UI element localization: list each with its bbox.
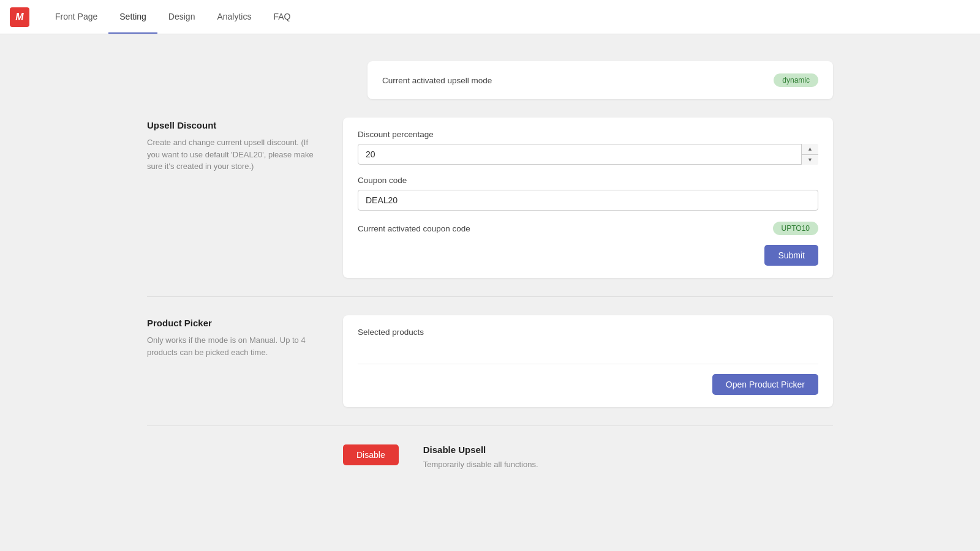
open-product-picker-button[interactable]: Open Product Picker [712, 374, 818, 395]
upsell-mode-section: Current activated upsell mode dynamic [147, 47, 833, 99]
tab-front-page[interactable]: Front Page [44, 0, 108, 34]
upsell-mode-badge: dynamic [774, 73, 818, 87]
disable-upsell-description: Temporarily disable all functions. [423, 460, 538, 469]
product-picker-title: Product Picker [147, 318, 318, 328]
upsell-discount-right: Discount percentage ▲ ▼ Coupon code [343, 118, 833, 278]
upsell-discount-section: Upsell Discount Create and change curren… [147, 99, 833, 297]
discount-percentage-group: Discount percentage ▲ ▼ [358, 130, 818, 165]
discount-percentage-input-wrapper: ▲ ▼ [358, 144, 818, 165]
product-picker-description: Only works if the mode is on Manual. Up … [147, 334, 318, 358]
discount-percentage-input[interactable] [358, 144, 818, 165]
coupon-code-label: Coupon code [358, 176, 818, 185]
product-picker-right: Selected products Open Product Picker [343, 315, 833, 407]
upsell-discount-title: Upsell Discount [147, 120, 318, 130]
main-content: Current activated upsell mode dynamic Up… [123, 34, 858, 512]
coupon-code-input[interactable] [358, 190, 818, 211]
coupon-code-group: Coupon code [358, 176, 818, 211]
submit-btn-row: Submit [358, 245, 818, 266]
nav-tabs: Front Page Setting Design Analytics FAQ [44, 0, 302, 34]
open-picker-btn-row: Open Product Picker [358, 374, 818, 395]
product-picker-card: Selected products Open Product Picker [343, 315, 833, 407]
upsell-mode-card-wrapper: Current activated upsell mode dynamic [368, 61, 833, 99]
disable-upsell-text: Disable Upsell Temporarily disable all f… [423, 444, 538, 469]
selected-products-area: Selected products [358, 328, 818, 364]
upsell-discount-description: Create and change current upsell discoun… [147, 137, 318, 173]
disable-upsell-title: Disable Upsell [423, 444, 538, 455]
spinner-buttons: ▲ ▼ [801, 144, 818, 165]
upsell-mode-row: Current activated upsell mode dynamic [382, 73, 818, 87]
app-logo: M [10, 7, 29, 27]
disable-button[interactable]: Disable [343, 444, 399, 465]
tab-design[interactable]: Design [157, 0, 206, 34]
tab-analytics[interactable]: Analytics [206, 0, 262, 34]
product-picker-left: Product Picker Only works if the mode is… [147, 315, 318, 407]
discount-percentage-label: Discount percentage [358, 130, 818, 139]
tab-faq[interactable]: FAQ [262, 0, 301, 34]
upsell-discount-card: Discount percentage ▲ ▼ Coupon code [343, 118, 833, 278]
top-bar: M Front Page Setting Design Analytics FA… [0, 0, 980, 34]
selected-products-label: Selected products [358, 328, 818, 337]
disable-upsell-content: Disable Disable Upsell Temporarily disab… [343, 444, 538, 469]
spinner-down-button[interactable]: ▼ [802, 155, 818, 165]
spinner-up-button[interactable]: ▲ [802, 144, 818, 155]
upsell-mode-card: Current activated upsell mode dynamic [368, 61, 833, 99]
upsell-discount-left: Upsell Discount Create and change curren… [147, 118, 318, 278]
current-coupon-row: Current activated coupon code UPTO10 [358, 222, 818, 235]
submit-button[interactable]: Submit [764, 245, 818, 266]
disable-upsell-section: Disable Disable Upsell Temporarily disab… [147, 426, 833, 487]
product-picker-section: Product Picker Only works if the mode is… [147, 297, 833, 426]
current-coupon-label: Current activated coupon code [358, 224, 470, 233]
upsell-mode-label: Current activated upsell mode [382, 76, 492, 85]
current-coupon-badge: UPTO10 [773, 222, 818, 235]
tab-setting[interactable]: Setting [108, 0, 157, 34]
